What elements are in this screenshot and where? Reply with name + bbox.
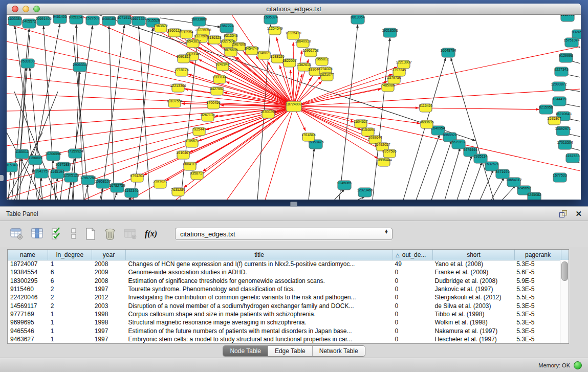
graph-node[interactable]: 9324501 [572,30,581,39]
graph-node[interactable]: 1605324 [264,15,277,24]
graph-node[interactable]: 6466160 [102,16,116,26]
graph-node[interactable]: 9794203 [130,174,144,182]
vertical-scrollbar[interactable] [560,260,569,343]
graph-node[interactable]: 1604627 [354,120,367,128]
close-panel-icon[interactable]: ✕ [575,210,582,217]
close-window-icon[interactable] [12,6,18,12]
graph-node[interactable]: 12505123 [63,173,79,182]
table-row[interactable]: 2242004622012Investigating the contribut… [8,293,560,301]
graph-node[interactable]: 7955812 [315,57,329,65]
graph-node[interactable]: 10996444 [376,158,391,166]
graph-node[interactable]: 8604113 [183,162,197,170]
graph-node[interactable]: 1527602 [85,16,99,25]
graph-node[interactable]: 8186328 [207,36,221,44]
graph-node[interactable]: 9461405 [53,15,67,24]
graph-node[interactable]: 9875685 [224,48,237,56]
graph-node[interactable]: 19218506 [382,28,398,37]
graph-node[interactable]: 9115460 [419,104,433,112]
table-row[interactable]: 969969511998Structural magnetic resonanc… [8,318,560,326]
graph-node[interactable]: 8957586 [382,149,396,158]
graph-node[interactable]: 16671355 [130,16,146,26]
graph-node[interactable]: 18300295 [260,110,276,118]
left-panel-collapse-arrow[interactable] [0,175,4,181]
graph-node[interactable]: 16961758 [302,49,318,57]
graph-node[interactable]: 9105672 [185,139,199,147]
graph-node[interactable]: 13325419 [285,31,301,39]
column-header-in_degree[interactable]: in_degree [48,250,92,260]
graph-node[interactable]: 1156809 [29,156,42,165]
graph-node[interactable]: 9091817 [177,55,190,63]
graph-node[interactable]: 1185011 [15,149,29,159]
change-table-mode-icon[interactable] [10,226,24,242]
graph-node[interactable]: 12923466 [357,188,373,197]
graph-node[interactable]: 1621077 [320,73,334,81]
table-row[interactable]: 946362711997Embryonic stem cells: a mode… [8,335,560,343]
function-builder-icon[interactable]: f(x) [145,226,160,242]
tab-node-table[interactable]: Node Table [223,346,268,356]
column-header-out_de[interactable]: △out_de... [393,250,433,260]
graph-node[interactable]: 1700456 [206,101,220,109]
graph-node[interactable]: 17016504 [557,140,573,149]
graph-node[interactable]: 16033809 [191,17,207,26]
graph-node[interactable]: 12213907 [396,60,411,69]
graph-node[interactable]: 2905334 [73,62,86,72]
graph-node[interactable]: 8427552 [210,87,224,95]
graph-node[interactable]: 1610467 [176,151,190,159]
column-header-year[interactable]: year [92,250,126,260]
graph-node[interactable]: 1595807 [547,117,561,125]
show-columns-icon[interactable] [31,226,43,242]
graph-node[interactable]: 1612705 [560,15,574,21]
float-panel-icon[interactable] [559,210,567,217]
window-titlebar[interactable]: citations_edges.txt [7,4,581,15]
graph-node[interactable]: 9129996 [559,53,573,62]
graph-node[interactable]: 20691406 [35,16,51,26]
graph-node[interactable]: 18107554 [166,99,182,107]
select-all-columns-icon[interactable] [51,226,62,242]
graph-node[interactable]: 1071915 [117,15,131,25]
graph-node[interactable]: 1244419 [552,97,566,106]
table-row[interactable]: 946554611997Estimation of the future num… [8,326,560,335]
graph-node[interactable]: 1677533 [553,173,567,182]
column-header-title[interactable]: title [126,250,393,260]
graph-node[interactable]: 2718176 [175,68,188,76]
graph-node[interactable]: 7925447 [192,127,206,136]
graph-node[interactable]: 9146821 [257,51,271,59]
graph-node[interactable]: 1167533 [566,154,580,163]
graph-node[interactable]: 10653247 [68,15,84,24]
table-row[interactable]: 1830029562008Estimation of significance … [8,277,560,285]
graph-node[interactable]: 12213366 [170,84,186,92]
graph-node[interactable]: 10958107 [95,179,111,188]
tab-network-table[interactable]: Network Table [313,346,365,356]
table-row[interactable]: 1872400712008Changes of HCN gene express… [8,260,560,268]
graph-node[interactable]: 1579756 [387,76,401,84]
graph-node[interactable]: 9358717 [190,171,204,180]
graph-node[interactable]: 1797349 [392,68,406,76]
graph-node[interactable]: 1603384 [8,16,21,26]
column-header-name[interactable]: name [8,250,48,260]
zoom-window-icon[interactable] [33,6,40,12]
graph-node[interactable]: 16782759 [109,183,125,192]
graph-node[interactable]: 7635284 [171,188,185,196]
graph-node[interactable]: 9227343 [554,67,568,76]
graph-node[interactable]: 8813054 [351,15,364,24]
graph-node[interactable]: 3915940 [7,163,18,172]
create-column-icon[interactable] [85,226,96,242]
delete-columns-icon[interactable] [104,226,116,242]
graph-node[interactable]: 2405572 [22,19,36,28]
table-row[interactable]: 911546021997Tourette syndrome. Phenomeno… [8,285,560,293]
graph-node[interactable]: 7485086 [381,83,395,92]
graph-node[interactable]: 8471676 [495,169,509,179]
graph-node[interactable]: 9154694 [361,128,375,136]
unselect-rows-icon[interactable] [70,226,77,242]
graph-node[interactable]: 18640910 [295,39,311,48]
graph-node[interactable]: 17359924 [67,149,83,158]
graph-node[interactable]: 9242848 [215,62,229,71]
graph-node[interactable]: 9245082 [527,192,541,200]
graph-node[interactable]: 2803144 [212,75,226,83]
scrollbar-thumb[interactable] [561,261,568,281]
graph-node[interactable]: 9245065 [337,181,351,190]
graph-node[interactable]: 16648794 [440,48,456,57]
graph-node[interactable]: 13942757 [33,169,49,178]
graph-node[interactable]: 1192346 [125,188,139,198]
graph-node[interactable]: 9699695 [420,120,433,128]
